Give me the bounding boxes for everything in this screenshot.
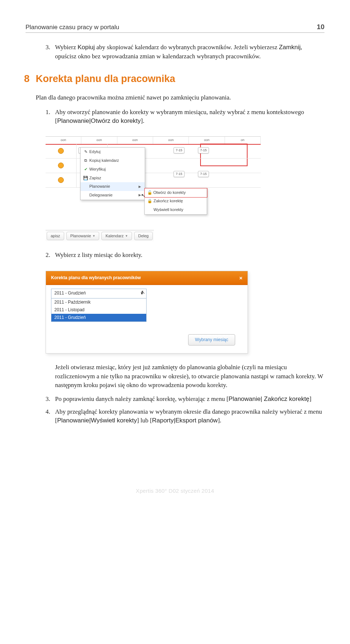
shift-tag[interactable]: 7-15 bbox=[198, 147, 209, 153]
section-number: 8 bbox=[24, 72, 36, 86]
list-item: 4. Aby przeglądnąć korekty planowania w … bbox=[46, 407, 324, 425]
unlock-icon: 🔓 bbox=[146, 190, 153, 196]
modal-header: Korekta planu dla wybranych pracowników … bbox=[46, 271, 248, 285]
header-cell: oon bbox=[189, 137, 225, 144]
lock-icon: 🔒 bbox=[146, 198, 153, 204]
dropdown-list: 2011 - Październik 2011 - Listopad 2011 … bbox=[51, 298, 146, 321]
context-menu: ✎Edytuj ⧉Kopiuj kalendarz ✔Weryfikuj 💾Za… bbox=[80, 147, 145, 200]
screenshot-modal: Korekta planu dla wybranych pracowników … bbox=[46, 271, 248, 354]
selected-month-button[interactable]: Wybrany miesiąc bbox=[188, 334, 235, 346]
list-text: Po poprawieniu danych należy zamknąć kor… bbox=[55, 395, 324, 403]
list-text: Wybierz Kopiuj aby skopiować kalendarz d… bbox=[55, 43, 324, 61]
submenu-item-close-correction[interactable]: 🔒Zakończ korektę bbox=[145, 197, 207, 206]
table-row bbox=[46, 158, 261, 173]
list-item: 1. Aby otworzyć planowanie do korekty w … bbox=[46, 108, 324, 126]
menu-path: Raporty|Eksport planów bbox=[152, 417, 218, 424]
chevron-down-icon: ▾↖ bbox=[141, 290, 143, 297]
screenshot-context-menu: oon oon oon oon oon on ✓ 7-15 7-15 7-15 … bbox=[46, 136, 261, 241]
list-number: 1. bbox=[46, 108, 55, 126]
month-dropdown[interactable]: 2011 - Grudzień ▾↖ 2011 - Październik 20… bbox=[51, 289, 147, 322]
ui-label: Kopiuj bbox=[78, 44, 95, 51]
menu-item-save[interactable]: 💾Zapisz bbox=[81, 174, 145, 183]
chevron-right-icon: ▶ bbox=[139, 193, 141, 198]
copy-icon: ⧉ bbox=[82, 158, 89, 164]
header-cell: oon bbox=[117, 137, 153, 144]
close-icon[interactable]: × bbox=[239, 274, 242, 282]
list-item: 2. Wybierz z listy miesiąc do korekty. bbox=[46, 251, 324, 259]
menu-item-edit[interactable]: ✎Edytuj bbox=[81, 148, 145, 156]
dropdown-selected: 2011 - Grudzień bbox=[54, 290, 141, 297]
toolbar-button-calendar[interactable]: Kalendarz▼ bbox=[101, 232, 132, 241]
bottom-toolbar: apisz Planowanie▼ Kalendarz▼ Deleg bbox=[46, 230, 154, 241]
menu-path: Planowanie| Zakończ korektę bbox=[229, 395, 310, 402]
page-footer: Xpertis 360° D02 styczeń 2014 bbox=[26, 487, 324, 495]
submenu-item-open-correction[interactable]: 🔓Otwórz do korekty bbox=[144, 188, 207, 198]
list-item: 3. Wybierz Kopiuj aby skopiować kalendar… bbox=[46, 43, 324, 61]
menu-item-verify[interactable]: ✔Weryfikuj bbox=[81, 165, 145, 174]
list-number: 2. bbox=[46, 251, 55, 259]
section-heading: 8 Korekta planu dla pracownika bbox=[24, 72, 324, 86]
list-number: 4. bbox=[46, 407, 55, 425]
menu-item-delegation[interactable]: Delegowanie▶ bbox=[81, 191, 145, 200]
toolbar-button-deleg[interactable]: Deleg bbox=[134, 232, 153, 241]
dropdown-option[interactable]: 2011 - Grudzień bbox=[51, 314, 146, 321]
submenu-item-show-corrections[interactable]: Wyświetl korekty bbox=[145, 206, 207, 214]
shift-tag[interactable]: 7-15 bbox=[174, 147, 184, 153]
shift-tag[interactable]: 7-15 bbox=[174, 171, 184, 177]
status-dot-icon bbox=[58, 148, 64, 154]
list-item: 3. Po poprawieniu danych należy zamknąć … bbox=[46, 395, 324, 403]
menu-path: Planowanie|Wyświetl korekty bbox=[57, 417, 137, 424]
chevron-right-icon: ▶ bbox=[139, 184, 141, 189]
list-number: 3. bbox=[46, 43, 55, 61]
page-number: 10 bbox=[317, 22, 324, 32]
ui-label: Zamknij bbox=[279, 44, 301, 51]
table-row: ✓ bbox=[46, 144, 261, 159]
menu-item-copy[interactable]: ⧉Kopiuj kalendarz bbox=[81, 156, 145, 165]
list-text: Aby otworzyć planowanie do korekty w wyb… bbox=[55, 108, 324, 126]
header-cell: oon bbox=[81, 137, 117, 144]
submenu: 🔓Otwórz do korekty 🔒Zakończ korektę Wyśw… bbox=[144, 188, 207, 214]
header-cell: oon bbox=[153, 137, 189, 144]
toolbar-button-planning[interactable]: Planowanie▼ bbox=[66, 232, 100, 241]
modal-title: Korekta planu dla wybranych pracowników bbox=[51, 275, 141, 281]
list-text: Aby przeglądnąć korekty planowania w wyb… bbox=[55, 407, 324, 425]
chevron-down-icon: ▼ bbox=[125, 234, 128, 238]
check-icon: ✔ bbox=[82, 167, 89, 172]
running-head: Planowanie czasu pracy w portalu 10 bbox=[26, 22, 324, 33]
dropdown-option[interactable]: 2011 - Październik bbox=[51, 298, 146, 306]
section-title: Korekta planu dla pracownika bbox=[36, 72, 175, 86]
list-item: Jeżeli otwierasz miesiąc, który jest już… bbox=[46, 363, 324, 390]
cursor-icon: ↖ bbox=[141, 289, 145, 296]
dropdown-option[interactable]: 2011 - Listopad bbox=[51, 306, 146, 314]
header-cell: on bbox=[225, 137, 261, 144]
header-cell: oon bbox=[46, 137, 81, 144]
status-dot-icon bbox=[58, 177, 64, 183]
intro-paragraph: Plan dla danego pracownika można zmienić… bbox=[36, 93, 324, 102]
status-dot-icon bbox=[58, 163, 64, 168]
list-text: Wybierz z listy miesiąc do korekty. bbox=[55, 251, 324, 259]
edit-icon: ✎ bbox=[82, 149, 89, 155]
menu-path: Planowanie|Otwórz do korekty bbox=[57, 117, 141, 124]
menu-item-planning[interactable]: Planowanie▶ bbox=[81, 182, 145, 191]
paragraph: Jeżeli otwierasz miesiąc, który jest już… bbox=[55, 363, 324, 390]
doc-title: Planowanie czasu pracy w portalu bbox=[26, 23, 317, 32]
table-row bbox=[46, 173, 261, 188]
list-number: 3. bbox=[46, 395, 55, 403]
chevron-down-icon: ▼ bbox=[93, 234, 96, 238]
save-icon: 💾 bbox=[82, 175, 89, 181]
shift-tag[interactable]: 7-15 bbox=[198, 171, 209, 177]
toolbar-button-save[interactable]: apisz bbox=[47, 232, 64, 241]
